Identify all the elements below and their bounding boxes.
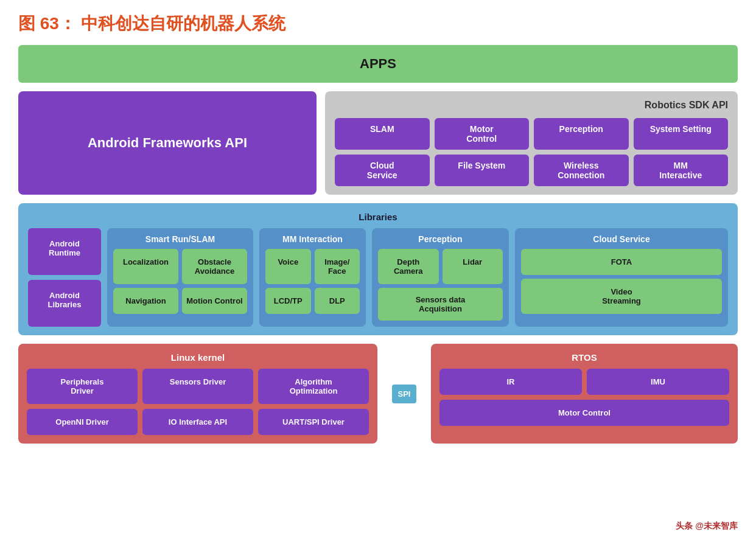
libraries-section: Libraries AndroidRuntime AndroidLibrarie… bbox=[18, 203, 738, 335]
fota-cell: FOTA bbox=[521, 249, 722, 275]
android-frameworks-label: Android Frameworks API bbox=[88, 135, 247, 151]
video-streaming-cell: VideoStreaming bbox=[521, 279, 722, 314]
sdk-cell-wireless: WirelessConnection bbox=[534, 155, 629, 186]
page-title: 图 63： 中科创达自研的机器人系统 bbox=[18, 12, 738, 35]
rtos-title: RTOS bbox=[439, 352, 729, 363]
navigation-cell: Navigation bbox=[113, 288, 178, 314]
sdk-cell-perception: Perception bbox=[534, 118, 629, 150]
dlp-cell: DLP bbox=[315, 288, 360, 314]
linux-title: Linux kernel bbox=[27, 352, 369, 363]
depth-camera-cell: DepthCamera bbox=[378, 249, 439, 284]
robotics-sdk-box: Robotics SDK API SLAM MotorControl Perce… bbox=[325, 91, 738, 195]
localization-cell: Localization bbox=[113, 249, 178, 284]
sdk-cell-motor-control: MotorControl bbox=[435, 118, 530, 150]
mm-title: MM Interaction bbox=[265, 234, 360, 244]
algorithm-optimization-cell: AlgorithmOptimization bbox=[258, 369, 369, 404]
ir-cell: IR bbox=[439, 369, 582, 395]
openni-driver-cell: OpenNI Driver bbox=[27, 409, 138, 435]
peripherals-driver-cell: PeripheralsDriver bbox=[27, 369, 138, 404]
android-frameworks-box: Android Frameworks API bbox=[18, 91, 317, 195]
sdk-cell-mm-interactive: MMInteractive bbox=[634, 155, 729, 186]
slam-box: Smart Run/SLAM Localization ObstacleAvoi… bbox=[107, 228, 253, 327]
rtos-box: RTOS IR IMU Motor Control bbox=[431, 344, 738, 444]
uart-spi-cell: UART/SPI Driver bbox=[258, 409, 369, 435]
android-libraries-cell: AndroidLibraries bbox=[28, 280, 101, 327]
sdk-cell-system-setting: System Setting bbox=[634, 118, 729, 150]
apps-bar: APPS bbox=[18, 45, 738, 83]
sdk-cell-file-system: File System bbox=[435, 155, 530, 186]
cloud-service-lib-title: Cloud Service bbox=[521, 234, 722, 244]
spi-badge: SPI bbox=[392, 385, 417, 403]
android-runtime-cell: AndroidRuntime bbox=[28, 228, 101, 275]
lcd-tp-cell: LCD/TP bbox=[265, 288, 311, 314]
libraries-title: Libraries bbox=[28, 212, 728, 222]
sensors-driver-cell: Sensors Driver bbox=[142, 369, 253, 404]
io-interface-cell: IO Interface API bbox=[142, 409, 253, 435]
voice-cell: Voice bbox=[265, 249, 311, 284]
cloud-service-lib-box: Cloud Service FOTA VideoStreaming bbox=[515, 228, 728, 327]
image-face-cell: Image/Face bbox=[315, 249, 360, 284]
robotics-sdk-title: Robotics SDK API bbox=[335, 100, 728, 111]
spi-area: SPI bbox=[386, 344, 422, 444]
watermark: 头条 @未来智库 bbox=[676, 521, 738, 532]
motor-control-rtos-cell: Motor Control bbox=[439, 400, 729, 426]
linux-kernel-box: Linux kernel PeripheralsDriver Sensors D… bbox=[18, 344, 377, 444]
lidar-cell: Lidar bbox=[443, 249, 503, 284]
android-runtime-col: AndroidRuntime AndroidLibraries bbox=[28, 228, 101, 327]
mm-interaction-box: MM Interaction Voice Image/Face LCD/TP D… bbox=[259, 228, 366, 327]
sdk-cell-slam: SLAM bbox=[335, 118, 430, 150]
sdk-cell-cloud-service: CloudService bbox=[335, 155, 430, 186]
motion-control-cell: Motion Control bbox=[182, 288, 247, 314]
perception-box: Perception DepthCamera Lidar Sensors dat… bbox=[372, 228, 509, 327]
sensors-data-cell: Sensors dataAcquisition bbox=[378, 288, 503, 321]
obstacle-avoidance-cell: ObstacleAvoidance bbox=[182, 249, 247, 284]
perception-title: Perception bbox=[378, 234, 503, 244]
slam-title: Smart Run/SLAM bbox=[113, 234, 247, 244]
imu-cell: IMU bbox=[587, 369, 729, 395]
